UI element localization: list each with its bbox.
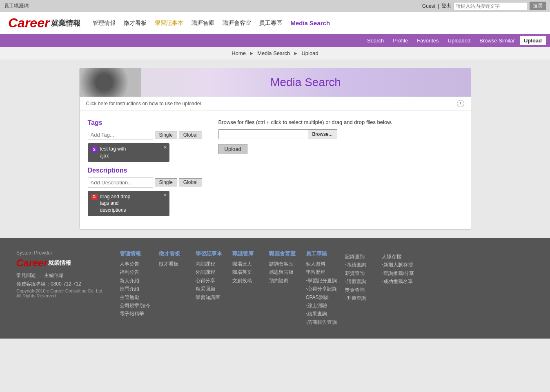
logo-career: Career <box>8 16 49 31</box>
tag-badge-0: S test tag withajax ✕ <box>88 143 169 162</box>
desc-global-button[interactable]: Global <box>179 178 202 186</box>
site-search-button[interactable]: 搜尋 <box>530 2 546 10</box>
footer-col-item-5-5[interactable]: ‧線上測驗 <box>306 301 337 310</box>
footer-col-item-2-1[interactable]: 外訓課程 <box>196 268 224 276</box>
footer-col-1: 徵才看板 徵才看板 <box>159 250 187 326</box>
footer-logo-chinese: 就業情報 <box>48 259 71 267</box>
nav-item-5[interactable]: 職涯會客室 <box>223 20 251 27</box>
tag-badge-letter-0: S <box>91 146 98 153</box>
footer-faq-link[interactable]: 常見問題 <box>16 272 36 279</box>
footer-col-4: 職涯會客室 諮詢會客室 感恩留言板 預約諮商 <box>269 250 298 326</box>
footer-logo-career: Career <box>16 257 47 269</box>
footer-col-item-5-3[interactable]: ‧心得分享記錄 <box>306 285 337 293</box>
nav-item-3[interactable]: 學習記事本 <box>155 20 183 27</box>
subnav-upload[interactable]: Upload <box>520 36 546 45</box>
footer-rights: All Rights Reserved. <box>16 293 103 298</box>
footer-col-item-3-1[interactable]: 職場英文 <box>232 268 261 276</box>
breadcrumb-media-search[interactable]: Media Search <box>257 50 290 56</box>
footer-col-item-4-2[interactable]: 預約諮商 <box>269 277 298 285</box>
footer-col-item-5-6[interactable]: ‧結果查詢 <box>306 310 337 318</box>
subnav-search[interactable]: Search <box>363 36 388 45</box>
browse-button[interactable]: Browse... <box>308 129 337 139</box>
top-bar: 員工職涯網 Guest | 登出 搜尋 <box>0 0 550 12</box>
footer-col-item-5-0[interactable]: 個人資料 <box>306 260 337 268</box>
breadcrumb-home[interactable]: Home <box>232 50 246 56</box>
subnav-uploaded[interactable]: Uploaded <box>444 36 475 45</box>
footer-col-item-2-4[interactable]: 學習知識庫 <box>196 293 224 301</box>
sub-nav: Search Profile Favorites Uploaded Browse… <box>0 34 550 47</box>
footer-col-item-2-0[interactable]: 內訓課程 <box>196 260 224 268</box>
footer-col-title-2: 學習記事本 <box>196 250 224 257</box>
desc-badge-0: G drag and droptags anddescriptions ✕ <box>88 191 169 216</box>
footer-col-item-0-5[interactable]: 公司規章/法令 <box>120 301 150 310</box>
footer-editor-link[interactable]: 主編信箱 <box>44 272 64 279</box>
tag-input[interactable] <box>88 130 153 140</box>
subnav-profile[interactable]: Profile <box>389 36 412 45</box>
main-nav: Career 就業情報 管理情報 徵才看板 學習記事本 職涯智庫 職涯會客室 員… <box>0 12 550 34</box>
footer-col-item-0-0[interactable]: 人事公告 <box>120 260 150 268</box>
footer-col-item-2-3[interactable]: 精采回顧 <box>196 285 224 293</box>
footer-col-item-7-3[interactable]: ‧成功推薦名單 <box>382 277 414 286</box>
guest-label: Guest <box>422 3 435 9</box>
footer-col-6: 記錄查詢 ‧考績查詢 薪資查詢 ‧請假查詢 獎金查詢 ‧升遷查詢 <box>345 250 374 326</box>
footer-dot: ． <box>38 272 42 279</box>
footer-col-item-0-6[interactable]: 電子報精華 <box>120 310 150 318</box>
footer-col-item-0-2[interactable]: 新人介紹 <box>120 277 150 285</box>
footer-col-item-5-2[interactable]: ‧學習記分查詢 <box>306 277 337 285</box>
footer-col-title-1: 徵才看板 <box>159 250 187 257</box>
tag-close-icon-0[interactable]: ✕ <box>163 145 167 150</box>
footer-col-item-6-4[interactable]: 獎金查詢 <box>345 286 374 294</box>
footer-col-2: 學習記事本 內訓課程 外訓課程 心得分享 精采回顧 學習知識庫 <box>196 250 224 326</box>
footer-inner: System Provider: Career 就業情報 常見問題 ． 主編信箱… <box>16 250 534 326</box>
upload-button[interactable]: Upload <box>218 144 247 154</box>
footer-col-title-0: 管理情報 <box>120 250 150 257</box>
footer-col-item-7-0[interactable]: 人脈存摺 <box>382 252 414 261</box>
left-panel: Tags Single Global S test tag withajax ✕… <box>88 119 202 221</box>
desc-badge-text-0: drag and droptags anddescriptions <box>100 193 166 214</box>
footer-col-item-0-1[interactable]: 福利公告 <box>120 268 150 276</box>
footer-col-item-5-7[interactable]: ‧諮商報告查詢 <box>306 318 337 326</box>
footer-col-item-3-0[interactable]: 職場達人 <box>232 260 261 268</box>
footer-col-item-0-3[interactable]: 部門介紹 <box>120 285 150 293</box>
nav-item-2[interactable]: 徵才看板 <box>124 20 147 27</box>
logout-link[interactable]: 登出 <box>441 2 451 9</box>
tag-single-button[interactable]: Single <box>155 131 177 139</box>
footer-col-item-1-0[interactable]: 徵才看板 <box>159 260 187 268</box>
subnav-browse-similar[interactable]: Browse Similar <box>475 36 519 45</box>
footer-col-0: 管理情報 人事公告 福利公告 新人介紹 部門介紹 主管勉勵 公司規章/法令 電子… <box>120 250 150 326</box>
desc-single-button[interactable]: Single <box>155 178 177 186</box>
footer-col-item-6-2[interactable]: 薪資查詢 <box>345 269 374 277</box>
footer-col-7: 人脈存摺 ‧新增人脈存摺 ‧查詢推薦/分享 ‧成功推薦名單 <box>382 250 414 326</box>
footer-brand: System Provider: Career 就業情報 常見問題 ． 主編信箱… <box>16 250 103 326</box>
tag-global-button[interactable]: Global <box>179 131 202 139</box>
footer-col-item-2-2[interactable]: 心得分享 <box>196 277 224 285</box>
footer-col-item-5-4[interactable]: CPAS測驗 <box>306 293 337 301</box>
right-panel: Browse for files (ctrl + click to select… <box>218 119 463 221</box>
desc-close-icon-0[interactable]: ✕ <box>163 193 167 198</box>
footer-col-item-6-1[interactable]: ‧考績查詢 <box>345 261 374 269</box>
site-search-input[interactable] <box>454 2 527 10</box>
footer-col-item-6-5[interactable]: ‧升遷查詢 <box>345 294 374 302</box>
nav-item-6[interactable]: 員工專區 <box>259 20 282 27</box>
subnav-favorites[interactable]: Favorites <box>413 36 443 45</box>
footer-col-item-6-0[interactable]: 記錄查詢 <box>345 252 374 261</box>
footer-col-item-4-1[interactable]: 感恩留言板 <box>269 268 298 276</box>
footer-col-item-4-0[interactable]: 諮詢會客室 <box>269 260 298 268</box>
footer-col-item-7-2[interactable]: ‧查詢推薦/分享 <box>382 269 414 277</box>
banner-title: Media Search <box>141 76 471 89</box>
descriptions-section: Descriptions Single Global G drag and dr… <box>88 167 202 216</box>
desc-input-row: Single Global <box>88 177 202 188</box>
footer: System Provider: Career 就業情報 常見問題 ． 主編信箱… <box>0 238 550 339</box>
instructions-link[interactable]: Click here for instructions on how to us… <box>86 101 203 106</box>
nav-item-1[interactable]: 管理情報 <box>93 20 116 27</box>
footer-col-item-5-1[interactable]: 學習歷程 <box>306 268 337 276</box>
footer-col-item-0-4[interactable]: 主管勉勵 <box>120 293 150 301</box>
footer-col-item-3-2[interactable]: 文創投稿 <box>232 277 261 285</box>
description-input[interactable] <box>88 177 153 188</box>
nav-item-4[interactable]: 職涯智庫 <box>191 20 214 27</box>
footer-col-item-7-1[interactable]: ‧新增人脈存摺 <box>382 261 414 269</box>
nav-item-media-search[interactable]: Media Search <box>290 20 330 27</box>
footer-col-item-6-3[interactable]: ‧請假查詢 <box>345 277 374 286</box>
breadcrumb: Home ► Media Search ► Upload <box>0 47 550 60</box>
browse-text-input <box>218 129 308 139</box>
